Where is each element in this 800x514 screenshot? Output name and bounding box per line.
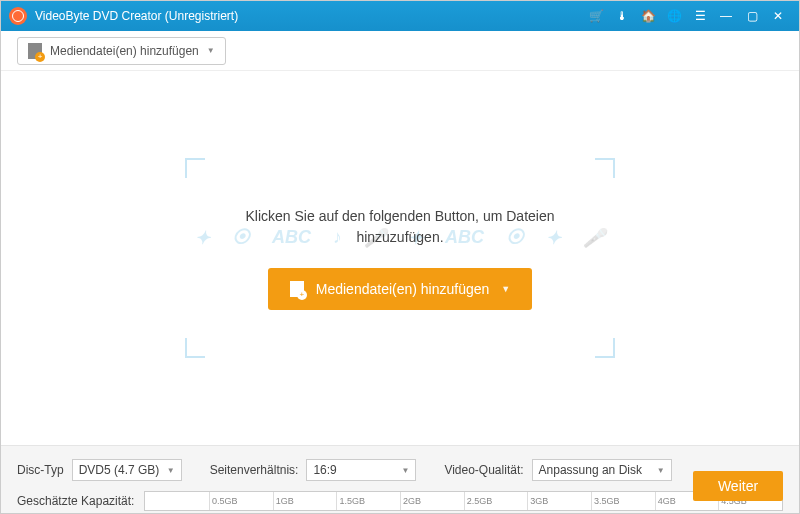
footer: Disc-Typ DVD5 (4.7 GB) ▼ Seitenverhältni… (1, 445, 799, 514)
disc-type-label: Disc-Typ (17, 463, 64, 477)
home-icon[interactable]: 🏠 (639, 7, 657, 25)
ruler-tick: 4GB (655, 492, 676, 510)
minimize-icon[interactable]: — (717, 7, 735, 25)
ruler-tick: 1GB (273, 492, 294, 510)
quality-select[interactable]: Anpassung an Disk ▼ (532, 459, 672, 481)
register-icon[interactable]: 🌡 (613, 7, 631, 25)
titlebar: VideoByte DVD Creator (Unregistriert) 🛒 … (1, 1, 799, 31)
aspect-select[interactable]: 16:9 ▼ (306, 459, 416, 481)
frame-corner (185, 338, 205, 358)
ruler-tick: 3GB (527, 492, 548, 510)
frame-corner (185, 158, 205, 178)
app-title: VideoByte DVD Creator (Unregistriert) (35, 9, 238, 23)
ruler-tick: 0.5GB (209, 492, 238, 510)
cart-icon[interactable]: 🛒 (587, 7, 605, 25)
disc-type-select[interactable]: DVD5 (4.7 GB) ▼ (72, 459, 182, 481)
next-button[interactable]: Weiter (693, 471, 783, 501)
disc-type-value: DVD5 (4.7 GB) (79, 463, 160, 477)
frame-corner (595, 158, 615, 178)
chevron-down-icon: ▼ (501, 284, 510, 294)
add-media-label: Mediendatei(en) hinzufügen (316, 281, 490, 297)
ruler-tick: 2.5GB (464, 492, 493, 510)
chevron-down-icon: ▼ (657, 466, 665, 475)
add-file-icon (28, 43, 42, 59)
add-media-button-large[interactable]: Mediendatei(en) hinzufügen ▼ (268, 268, 533, 310)
aspect-label: Seitenverhältnis: (210, 463, 299, 477)
instruction-text: Klicken Sie auf den folgenden Button, um… (246, 206, 555, 248)
drop-frame: ✦⦿ABC♪🎤 ✦ABC⦿✦🎤 ⦿✦♪ABC✦ Klicken Sie auf … (185, 158, 615, 358)
toolbar: Mediendatei(en) hinzufügen ▼ (1, 31, 799, 71)
add-file-icon (290, 281, 304, 297)
add-media-label: Mediendatei(en) hinzufügen (50, 44, 199, 58)
main-area: ✦⦿ABC♪🎤 ✦ABC⦿✦🎤 ⦿✦♪ABC✦ Klicken Sie auf … (1, 71, 799, 445)
frame-corner (595, 338, 615, 358)
capacity-label: Geschätzte Kapazität: (17, 494, 134, 508)
chevron-down-icon: ▼ (167, 466, 175, 475)
chevron-down-icon: ▼ (401, 466, 409, 475)
ruler-tick: 1.5GB (336, 492, 365, 510)
quality-value: Anpassung an Disk (539, 463, 642, 477)
aspect-value: 16:9 (313, 463, 336, 477)
maximize-icon[interactable]: ▢ (743, 7, 761, 25)
language-icon[interactable]: 🌐 (665, 7, 683, 25)
watermark: ✦⦿ABC♪🎤 ✦ABC⦿✦🎤 ⦿✦♪ABC✦ (185, 158, 615, 358)
capacity-ruler: 0.5GB1GB1.5GB2GB2.5GB3GB3.5GB4GB4.5GB (144, 491, 783, 511)
app-logo-icon (9, 7, 27, 25)
ruler-tick: 2GB (400, 492, 421, 510)
ruler-tick: 3.5GB (591, 492, 620, 510)
quality-label: Video-Qualität: (444, 463, 523, 477)
menu-icon[interactable]: ☰ (691, 7, 709, 25)
chevron-down-icon: ▼ (207, 46, 215, 55)
add-media-button-small[interactable]: Mediendatei(en) hinzufügen ▼ (17, 37, 226, 65)
close-icon[interactable]: ✕ (769, 7, 787, 25)
